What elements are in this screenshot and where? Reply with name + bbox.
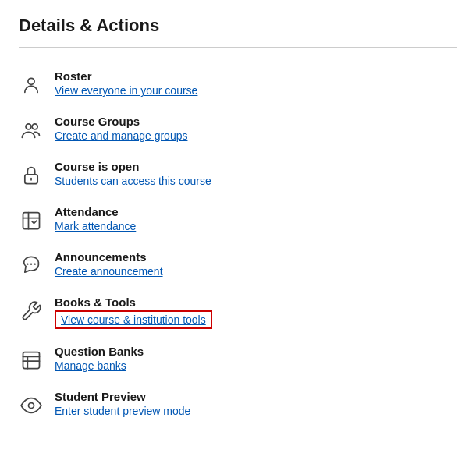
svg-point-0	[28, 78, 34, 84]
divider	[19, 47, 457, 48]
menu-item-student-preview: Student Preview Enter student preview mo…	[19, 382, 457, 427]
student-preview-label: Student Preview	[55, 390, 190, 403]
announcements-icon	[19, 252, 44, 280]
svg-rect-11	[23, 352, 40, 369]
menu-item-roster: Roster View everyone in your course	[19, 62, 457, 107]
preview-icon	[19, 391, 44, 419]
menu-list: Roster View everyone in your course Cour…	[19, 62, 457, 427]
student-preview-link[interactable]: Enter student preview mode	[55, 405, 190, 417]
tools-icon	[19, 297, 44, 325]
roster-link[interactable]: View everyone in your course	[55, 84, 197, 97]
svg-point-1	[26, 124, 31, 129]
svg-point-15	[29, 403, 34, 409]
menu-item-announcements: Announcements Create announcement	[19, 242, 457, 288]
menu-item-course-groups: Course Groups Create and manage groups	[19, 107, 457, 152]
announcements-label: Announcements	[55, 250, 163, 264]
attendance-icon	[19, 207, 44, 235]
lock-icon	[19, 161, 44, 189]
course-open-link[interactable]: Students can access this course	[55, 175, 211, 187]
page-title: Details & Actions	[19, 16, 457, 36]
roster-label: Roster	[55, 69, 197, 83]
menu-item-course-open: Course is open Students can access this …	[19, 152, 457, 197]
groups-icon	[19, 116, 44, 144]
menu-item-attendance: Attendance Mark attendance	[19, 197, 457, 242]
roster-icon	[19, 71, 44, 99]
menu-item-question-banks: Question Banks Manage banks	[19, 337, 457, 382]
attendance-label: Attendance	[55, 205, 136, 218]
question-banks-label: Question Banks	[55, 345, 144, 358]
books-tools-label: Books & Tools	[55, 296, 212, 309]
question-banks-icon	[19, 346, 44, 374]
course-groups-label: Course Groups	[55, 115, 187, 128]
svg-point-2	[32, 124, 37, 129]
attendance-link[interactable]: Mark attendance	[55, 220, 136, 232]
menu-item-books-tools: Books & Tools View course & institution …	[19, 288, 457, 337]
course-groups-link[interactable]: Create and manage groups	[55, 129, 187, 142]
course-open-label: Course is open	[55, 160, 211, 173]
books-tools-link[interactable]: View course & institution tools	[55, 310, 212, 329]
announcements-link[interactable]: Create announcement	[55, 265, 163, 278]
question-banks-link[interactable]: Manage banks	[55, 359, 144, 372]
